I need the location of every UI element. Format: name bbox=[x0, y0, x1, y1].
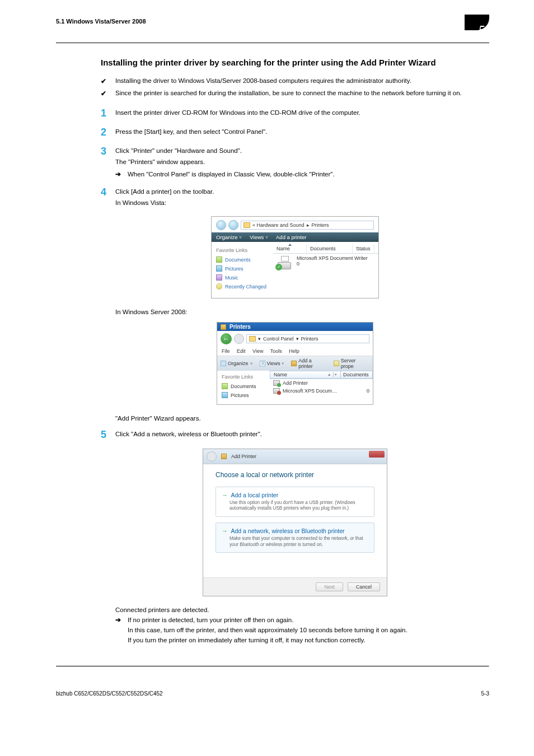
music-icon bbox=[216, 274, 222, 281]
step-tail-text: In this case, turn off the printer, and … bbox=[128, 626, 407, 636]
printer-doc-count: 0 bbox=[297, 262, 368, 267]
step-number: 1 bbox=[101, 108, 115, 119]
step-number: 4 bbox=[101, 187, 115, 198]
checkmark-icon: ✔ bbox=[101, 89, 115, 99]
figure-server2008-printers: Printers ← ▾ Control Panel▾ Printers Fil… bbox=[217, 322, 373, 405]
page-header: 5.1 Windows Vista/Server 2008 5 bbox=[56, 18, 489, 35]
default-check-icon: ✓ bbox=[275, 264, 282, 270]
page-footer: bizhub C652/C652DS/C552/C552DS/C452 5-3 bbox=[56, 687, 489, 697]
nav-forward-icon[interactable] bbox=[234, 334, 244, 344]
menu-help[interactable]: Help bbox=[289, 348, 299, 354]
col-name[interactable]: Name bbox=[273, 244, 307, 253]
address-bar[interactable]: « Hardware and Sound ▸ Printers bbox=[241, 221, 374, 230]
step-subtext: In Windows Server 2008: bbox=[115, 309, 489, 315]
nav-back-icon[interactable]: ← bbox=[221, 333, 232, 344]
documents-icon bbox=[216, 256, 222, 263]
wizard-titlebar: Add Printer bbox=[203, 449, 387, 464]
checkmark-icon: ✔ bbox=[101, 77, 115, 86]
step-tail-text: If you turn the printer on immediately a… bbox=[128, 636, 407, 646]
printer-icon: ✓ bbox=[277, 256, 293, 269]
favorites-heading: Favorite Links bbox=[216, 248, 269, 253]
toolbar-views[interactable]: Views ▾ bbox=[260, 361, 285, 366]
step-arrow-text: If no printer is detected, turn your pri… bbox=[128, 615, 407, 626]
folder-icon bbox=[243, 222, 250, 228]
toolbar-organize[interactable]: Organize ▾ bbox=[221, 361, 253, 366]
figure-add-printer-wizard: Add Printer Choose a local or network pr… bbox=[203, 449, 387, 597]
toolbar-server-properties[interactable]: Server prope bbox=[334, 358, 369, 369]
chapter-badge: 5 bbox=[465, 18, 489, 35]
toolbar-add-printer[interactable]: Add a printer bbox=[276, 234, 306, 240]
step-number: 5 bbox=[101, 430, 115, 441]
menu-tools[interactable]: Tools bbox=[270, 348, 282, 354]
header-section: 5.1 Windows Vista/Server 2008 bbox=[56, 18, 146, 25]
col-documents[interactable]: Documents bbox=[340, 371, 373, 379]
printer-item[interactable]: ✓ Microsoft XPS Document Writer 0 bbox=[273, 254, 378, 272]
col-documents[interactable]: Documents bbox=[307, 244, 353, 253]
toolbar-views[interactable]: Views ▾ bbox=[250, 234, 268, 240]
step-number: 2 bbox=[101, 127, 115, 138]
figure-vista-printers: « Hardware and Sound ▸ Printers Organize… bbox=[211, 216, 379, 298]
toolbar: Organize ▾ Views ▾ Add a printer Server … bbox=[217, 356, 373, 371]
option-local-printer[interactable]: →Add a local printer Use this option onl… bbox=[216, 487, 374, 517]
nav-forward-icon[interactable] bbox=[228, 220, 238, 230]
footer-rule bbox=[56, 666, 489, 667]
address-bar[interactable]: ▾ Control Panel▾ Printers bbox=[246, 334, 369, 343]
menu-edit[interactable]: Edit bbox=[237, 348, 246, 354]
list-item[interactable]: Microsoft XPS Docum…0 bbox=[270, 387, 373, 395]
favorite-pictures[interactable]: Pictures bbox=[222, 392, 265, 398]
breadcrumb-sep: ▸ bbox=[307, 222, 310, 228]
step-aftertext: "Add Printer" Wizard appears. bbox=[115, 415, 489, 422]
arrow-icon: ➔ bbox=[115, 615, 128, 626]
step-text: Click "Printer" under "Hardware and Soun… bbox=[115, 146, 489, 156]
printer-icon bbox=[273, 388, 280, 394]
prereq-item: ✔ Since the printer is searched for duri… bbox=[101, 88, 489, 99]
documents-icon bbox=[222, 383, 228, 389]
list-item[interactable]: Add Printer bbox=[270, 379, 373, 387]
step-4: 4 Click [Add a printer] on the toolbar. … bbox=[101, 187, 489, 208]
wizard-heading: Choose a local or network printer bbox=[216, 471, 374, 479]
window-titlebar: Printers bbox=[217, 323, 373, 331]
step-arrow-text: When "Control Panel" is displayed in Cla… bbox=[128, 170, 335, 180]
toolbar-organize[interactable]: Organize ▾ bbox=[216, 234, 242, 240]
header-rule bbox=[56, 43, 489, 43]
menu-view[interactable]: View bbox=[252, 348, 263, 354]
printer-name: Microsoft XPS Document Writer bbox=[297, 256, 368, 262]
step-text: Click [Add a printer] on the toolbar. bbox=[115, 187, 489, 197]
sort-asc-icon bbox=[288, 244, 292, 246]
pictures-icon bbox=[222, 392, 228, 398]
arrow-icon: ➔ bbox=[115, 170, 128, 180]
folder-icon bbox=[249, 336, 256, 342]
cancel-button[interactable]: Cancel bbox=[348, 582, 380, 591]
prereq-item: ✔ Installing the driver to Windows Vista… bbox=[101, 76, 489, 86]
pictures-icon bbox=[216, 265, 222, 272]
favorite-music[interactable]: Music bbox=[216, 274, 269, 281]
toolbar-add-printer[interactable]: Add a printer bbox=[291, 358, 327, 369]
next-button: Next bbox=[316, 582, 343, 591]
arrow-icon: → bbox=[222, 528, 228, 534]
arrow-icon: → bbox=[222, 492, 228, 498]
step-aftertext: Connected printers are detected. bbox=[115, 606, 489, 613]
close-icon[interactable] bbox=[369, 451, 385, 458]
col-name[interactable]: Name▲ │▾ bbox=[270, 371, 340, 379]
menu-bar: File Edit View Tools Help bbox=[217, 347, 373, 356]
favorites-heading: Favorite Links bbox=[222, 374, 265, 380]
favorite-pictures[interactable]: Pictures bbox=[216, 265, 269, 272]
printer-icon bbox=[221, 454, 227, 459]
step-2: 2 Press the [Start] key, and then select… bbox=[101, 127, 489, 138]
step-subtext: The "Printers" window appears. bbox=[115, 157, 489, 167]
footer-model: bizhub C652/C652DS/C552/C552DS/C452 bbox=[56, 690, 163, 697]
col-status[interactable]: Status bbox=[353, 244, 374, 253]
step-3: 3 Click "Printer" under "Hardware and So… bbox=[101, 146, 489, 179]
printer-icon bbox=[273, 380, 280, 386]
favorite-documents[interactable]: Documents bbox=[216, 256, 269, 263]
favorite-documents[interactable]: Documents bbox=[222, 383, 265, 389]
menu-file[interactable]: File bbox=[222, 348, 230, 354]
step-number: 3 bbox=[101, 146, 115, 157]
nav-back-icon[interactable] bbox=[216, 220, 226, 230]
section-heading: Installing the printer driver by searchi… bbox=[101, 57, 489, 68]
toolbar: Organize ▾ Views ▾ Add a printer bbox=[212, 232, 378, 242]
favorite-recently-changed[interactable]: Recently Changed bbox=[216, 283, 269, 290]
option-network-printer[interactable]: →Add a network, wireless or Bluetooth pr… bbox=[216, 522, 374, 553]
nav-back-icon[interactable] bbox=[207, 451, 217, 461]
recent-icon bbox=[216, 283, 222, 290]
